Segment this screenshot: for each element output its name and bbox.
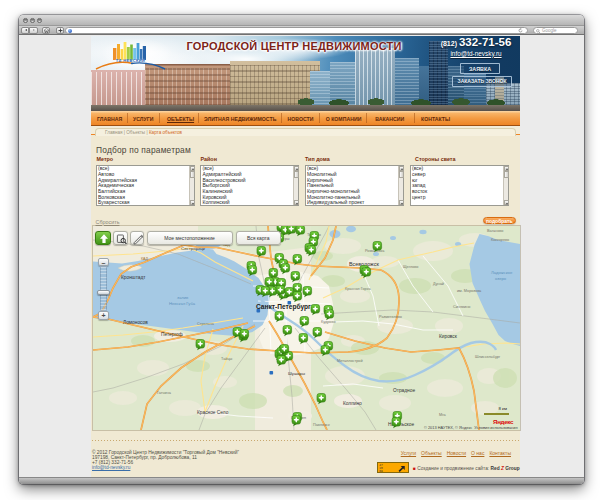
- svg-text:Стрельна: Стрельна: [197, 322, 215, 326]
- svg-text:Мга: Мга: [439, 413, 446, 417]
- svg-text:Павловск: Павловск: [313, 423, 330, 427]
- svg-text:Синявино: Синявино: [453, 305, 470, 309]
- svg-text:Красное Село: Красное Село: [197, 410, 229, 415]
- svg-text:Ладожское: Ладожское: [491, 270, 513, 275]
- svg-text:Кронштадт: Кронштадт: [121, 275, 146, 280]
- svg-text:Щеглово: Щеглово: [403, 265, 418, 269]
- svg-text:Колпино: Колпино: [343, 401, 362, 406]
- svg-text:им. Морозова: им. Морозова: [457, 289, 482, 293]
- svg-text:Коккорево: Коккорево: [491, 238, 509, 242]
- svg-text:Металлострой: Металлострой: [337, 359, 363, 363]
- svg-text:Ломоносов: Ломоносов: [123, 320, 148, 325]
- svg-text:Сестрорецк: Сестрорецк: [181, 246, 205, 251]
- svg-text:Шушары: Шушары: [288, 371, 305, 376]
- svg-text:Гатчина: Гатчина: [157, 391, 172, 395]
- svg-text:Санкт-Петербург: Санкт-Петербург: [256, 303, 311, 311]
- svg-text:озеро: озеро: [495, 276, 507, 281]
- svg-text:Кудрово: Кудрово: [321, 320, 336, 324]
- svg-text:Кировск: Кировск: [439, 334, 458, 339]
- svg-text:Шлиссельбург: Шлиссельбург: [475, 355, 501, 359]
- svg-text:Петергоф: Петергоф: [161, 332, 183, 337]
- svg-text:Невская Губа: Невская Губа: [169, 301, 196, 306]
- svg-text:Дунай: Дунай: [433, 282, 444, 286]
- svg-text:Красная Горка: Красная Горка: [345, 287, 371, 291]
- svg-text:Тайцы: Тайцы: [221, 357, 233, 361]
- svg-text:Разметелево: Разметелево: [379, 315, 402, 319]
- svg-text:Отрадное: Отрадное: [393, 388, 415, 393]
- svg-text:Ваганово: Ваганово: [487, 229, 503, 233]
- svg-text:КАД: КАД: [141, 257, 149, 261]
- svg-text:залив: залив: [177, 295, 189, 300]
